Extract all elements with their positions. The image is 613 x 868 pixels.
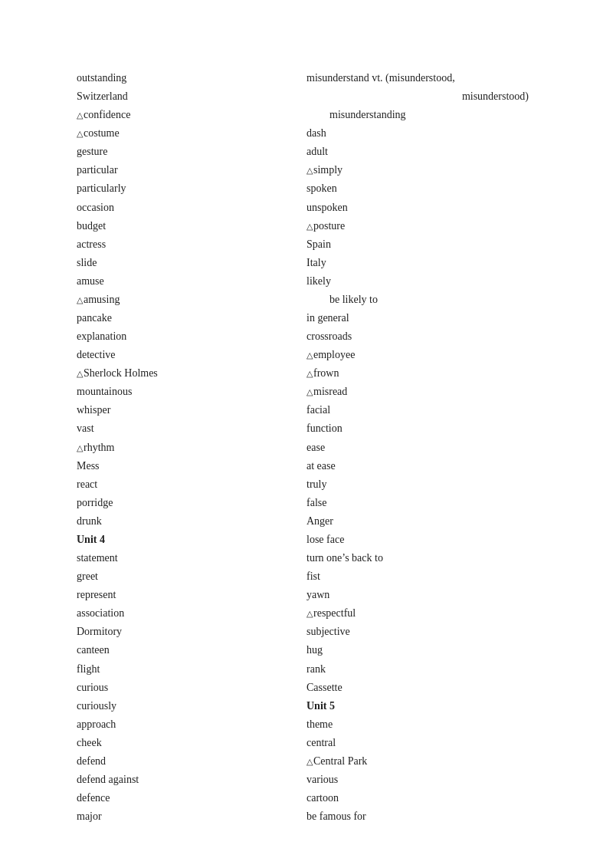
list-item: flight xyxy=(77,660,306,679)
list-item: whisper xyxy=(77,401,306,419)
list-item: △Central Park xyxy=(306,752,536,771)
list-item: represent xyxy=(77,586,306,604)
list-item: be likely to xyxy=(306,291,536,309)
list-item: gesture xyxy=(77,143,306,161)
list-item: defend xyxy=(77,752,306,771)
list-item: occasion xyxy=(77,199,306,217)
list-item: major xyxy=(77,807,306,826)
triangle-icon: △ xyxy=(306,163,313,178)
list-item: △misread xyxy=(306,383,536,401)
list-item: function xyxy=(306,419,536,438)
list-item: △frown xyxy=(306,364,536,383)
list-item: association xyxy=(77,604,306,623)
list-item: fist xyxy=(306,567,536,586)
list-item: curiously xyxy=(77,697,306,715)
list-item: misunderstanding xyxy=(306,106,536,124)
list-item: △respectful xyxy=(306,604,536,623)
list-item: cartoon xyxy=(306,789,536,807)
list-item: △amusing xyxy=(77,291,306,309)
list-item: misunderstood) xyxy=(306,87,536,106)
list-item: facial xyxy=(306,401,536,419)
list-item: Cassette xyxy=(306,679,536,697)
list-item: yawn xyxy=(306,586,536,604)
list-item: likely xyxy=(306,272,536,291)
list-item: explanation xyxy=(77,327,306,346)
list-item: Spain xyxy=(306,235,536,254)
list-item: detective xyxy=(77,346,306,364)
triangle-icon: △ xyxy=(77,441,83,455)
list-item: hug xyxy=(306,641,536,659)
list-item: at ease xyxy=(306,457,536,475)
triangle-icon: △ xyxy=(77,127,83,141)
list-item: porridge xyxy=(77,494,306,512)
list-item: subjective xyxy=(306,623,536,641)
list-item: △costume xyxy=(77,124,306,143)
list-item: greet xyxy=(77,567,306,586)
triangle-icon: △ xyxy=(306,607,313,621)
list-item: approach xyxy=(77,715,306,734)
list-item: various xyxy=(306,771,536,789)
triangle-icon: △ xyxy=(77,293,83,307)
list-item: actress xyxy=(77,235,306,254)
list-item: curious xyxy=(77,679,306,697)
triangle-icon: △ xyxy=(306,385,313,399)
triangle-icon: △ xyxy=(77,367,83,381)
list-item: mountainous xyxy=(77,383,306,401)
triangle-icon: △ xyxy=(306,219,313,234)
list-item: pancake xyxy=(77,309,306,327)
list-item: Italy xyxy=(306,254,536,272)
list-item: △employee xyxy=(306,346,536,364)
list-item: particularly xyxy=(77,179,306,198)
list-item: canteen xyxy=(77,641,306,659)
list-item: △posture xyxy=(306,217,536,235)
list-item: cheek xyxy=(77,734,306,752)
list-item: defend against xyxy=(77,771,306,789)
list-item: drunk xyxy=(77,512,306,531)
list-item: Unit 5 xyxy=(306,697,536,715)
list-item: theme xyxy=(306,715,536,734)
list-item: slide xyxy=(77,254,306,272)
list-item: vast xyxy=(77,419,306,438)
list-item: rank xyxy=(306,660,536,679)
list-item: △Sherlock Holmes xyxy=(77,364,306,383)
list-item: false xyxy=(306,494,536,512)
list-item: in general xyxy=(306,309,536,327)
list-item: be famous for xyxy=(306,807,536,826)
list-item: dash xyxy=(306,124,536,143)
list-item: defence xyxy=(77,789,306,807)
triangle-icon: △ xyxy=(77,108,83,123)
triangle-icon: △ xyxy=(306,348,313,363)
list-item: Dormitory xyxy=(77,623,306,641)
list-item: amuse xyxy=(77,272,306,291)
list-item: unspoken xyxy=(306,199,536,217)
list-item: react xyxy=(77,475,306,494)
list-item: adult xyxy=(306,143,536,161)
list-item: misunderstand vt. (misunderstood, xyxy=(306,69,536,87)
list-item: turn one’s back to xyxy=(306,549,536,567)
list-item: △rhythm xyxy=(77,439,306,457)
list-item: statement xyxy=(77,549,306,567)
list-item: ease xyxy=(306,439,536,457)
list-item: Anger xyxy=(306,512,536,531)
list-item: crossroads xyxy=(306,327,536,346)
list-item: Switzerland xyxy=(77,87,306,106)
list-item: △simply xyxy=(306,161,536,179)
list-item: outstanding xyxy=(77,69,306,87)
triangle-icon: △ xyxy=(306,367,313,381)
list-item: Unit 4 xyxy=(77,531,306,549)
list-item: budget xyxy=(77,217,306,235)
list-item: Mess xyxy=(77,457,306,475)
list-item: particular xyxy=(77,161,306,179)
left-column: outstandingSwitzerland△confidence△costum… xyxy=(77,69,306,826)
list-item: spoken xyxy=(306,179,536,198)
main-content: outstandingSwitzerland△confidence△costum… xyxy=(77,69,536,826)
triangle-icon: △ xyxy=(306,755,313,769)
list-item: △confidence xyxy=(77,106,306,124)
list-item: lose face xyxy=(306,531,536,549)
list-item: truly xyxy=(306,475,536,494)
right-column: misunderstand vt. (misunderstood,misunde… xyxy=(306,69,536,826)
list-item: central xyxy=(306,734,536,752)
